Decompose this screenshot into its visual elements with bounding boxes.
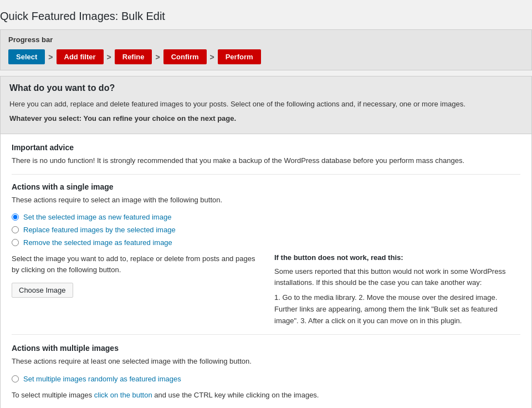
- radio-remove[interactable]: [12, 239, 19, 246]
- important-advice-text: There is no undo function! It is strongl…: [12, 155, 520, 166]
- select-image-text: Select the image you want to add to, rep…: [12, 253, 258, 275]
- page-title: Quick Featured Images: Bulk Edit: [0, 6, 532, 29]
- single-image-title: Actions with a single image: [12, 182, 520, 191]
- radio-multiple-random[interactable]: [12, 375, 19, 382]
- multiple-image-options: Set multiple images randomly as featured…: [12, 375, 520, 383]
- choose-image-col: Select the image you want to add to, rep…: [12, 253, 258, 327]
- option-1-label: Set the selected image as new featured i…: [23, 213, 171, 221]
- multiple-select-text: To select multiple images click on the b…: [12, 390, 520, 401]
- main-content: Important advice There is no undo functi…: [0, 134, 532, 408]
- step-refine[interactable]: Refine: [115, 49, 152, 64]
- single-image-section: Actions with a single image These action…: [12, 182, 520, 327]
- option-4-label: Set multiple images randomly as featured…: [23, 375, 181, 383]
- option-4[interactable]: Set multiple images randomly as featured…: [12, 375, 520, 383]
- if-not-work-title: If the button does not work, read this:: [274, 253, 520, 262]
- multiple-images-section: Actions with multiple images These actio…: [12, 344, 520, 400]
- option-2[interactable]: Replace featured images by the selected …: [12, 226, 520, 234]
- what-section: What do you want to do? Here you can add…: [0, 76, 532, 134]
- radio-replace[interactable]: [12, 226, 19, 233]
- option-2-label: Replace featured images by the selected …: [23, 226, 176, 234]
- arrow-2: >: [107, 53, 111, 62]
- option-3-label: Remove the selected image as featured im…: [23, 238, 172, 247]
- single-image-options: Set the selected image as new featured i…: [12, 213, 520, 247]
- progress-steps: Select > Add filter > Refine > Confirm >…: [8, 49, 524, 64]
- multiple-images-title: Actions with multiple images: [12, 344, 520, 353]
- step-confirm[interactable]: Confirm: [163, 49, 207, 64]
- arrow-1: >: [48, 53, 53, 62]
- radio-set-new[interactable]: [12, 213, 19, 221]
- multiple-images-description: These actions require at least one selec…: [12, 356, 520, 367]
- what-line2: Whatever you select: You can refine your…: [9, 114, 236, 123]
- step-select[interactable]: Select: [8, 49, 45, 64]
- single-image-bottom: Select the image you want to add to, rep…: [12, 253, 520, 327]
- divider-2: [12, 334, 520, 335]
- if-not-work-col: If the button does not work, read this: …: [274, 253, 520, 327]
- if-not-work-para2: 1. Go to the media library. 2. Move the …: [274, 292, 520, 327]
- important-advice-title: Important advice: [12, 143, 520, 152]
- single-image-description: These actions require to select an image…: [12, 195, 520, 206]
- choose-image-button[interactable]: Choose Image: [12, 283, 73, 298]
- what-line1: Here you can add, replace and delete fea…: [9, 99, 523, 110]
- option-1[interactable]: Set the selected image as new featured i…: [12, 213, 520, 221]
- arrow-4: >: [210, 53, 214, 62]
- if-not-work-para1: Some users reported that this button wou…: [274, 266, 520, 288]
- step-perform[interactable]: Perform: [218, 49, 261, 64]
- step-add-filter[interactable]: Add filter: [57, 49, 104, 64]
- arrow-3: >: [155, 53, 160, 62]
- what-title: What do you want to do?: [9, 83, 523, 93]
- progress-bar-label: Progress bar: [8, 35, 524, 44]
- progress-bar-section: Progress bar Select > Add filter > Refin…: [0, 29, 532, 70]
- divider-1: [12, 174, 520, 175]
- important-advice: Important advice There is no undo functi…: [12, 143, 520, 166]
- option-3[interactable]: Remove the selected image as featured im…: [12, 238, 520, 247]
- multiple-select-link: click on the button: [94, 391, 152, 399]
